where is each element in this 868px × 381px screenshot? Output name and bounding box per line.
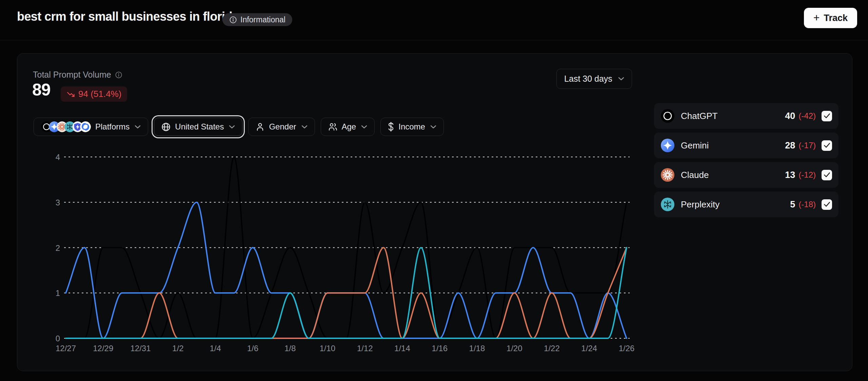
y-tick-label: 2 [56, 243, 60, 253]
legend-platform-name: Claude [681, 170, 785, 180]
check-icon [824, 172, 830, 178]
x-tick-label: 1/24 [581, 344, 597, 353]
x-tick-label: 1/22 [544, 344, 560, 353]
legend-row-gemini[interactable]: Gemini 28 (-17) [654, 133, 839, 158]
legend-platform-value: 5 [790, 199, 795, 210]
x-tick-label: 12/27 [56, 344, 76, 353]
legend-platform-delta: (-12) [798, 170, 816, 180]
prompt-tracking-dashboard: best crm for small businesses in florida… [0, 0, 868, 381]
x-tick-label: 1/10 [320, 344, 336, 353]
legend-platform-value: 13 [785, 170, 795, 180]
check-icon [824, 113, 830, 119]
x-tick-label: 1/8 [284, 344, 296, 353]
x-tick-label: 12/29 [93, 344, 113, 353]
intent-badge: Informational [222, 13, 292, 26]
info-circle-icon [229, 16, 237, 24]
x-tick-label: 1/26 [619, 344, 635, 353]
gemini-logo-icon [661, 139, 674, 152]
x-axis-labels: 12/2712/2912/311/21/41/61/81/101/121/141… [56, 344, 634, 353]
plus-icon: + [813, 12, 820, 23]
legend-row-chatgpt[interactable]: ChatGPT 40 (-42) [654, 103, 839, 129]
x-tick-label: 1/12 [357, 344, 373, 353]
y-tick-label: 1 [56, 288, 60, 298]
x-tick-label: 12/31 [131, 344, 151, 353]
legend-row-claude[interactable]: Claude 13 (-12) [654, 162, 839, 188]
legend-platform-value: 28 [785, 140, 795, 151]
intent-badge-label: Informational [240, 15, 285, 24]
page-title: best crm for small businesses in florida [17, 9, 239, 24]
platform-legend: ChatGPT 40 (-42) Gemini 28 ( [654, 103, 839, 217]
legend-platform-delta: (-17) [798, 141, 816, 150]
top-bar: best crm for small businesses in florida… [0, 0, 868, 40]
perplexity-logo-icon [661, 198, 674, 211]
x-tick-label: 1/16 [432, 344, 448, 353]
claude-logo-icon [661, 168, 674, 182]
legend-platform-delta: (-42) [798, 111, 816, 121]
legend-platform-value: 40 [785, 111, 795, 121]
legend-platform-name: ChatGPT [681, 111, 785, 121]
legend-checkbox[interactable] [822, 199, 832, 210]
x-tick-label: 1/20 [507, 344, 522, 353]
y-tick-label: 3 [56, 198, 60, 207]
legend-row-perplexity[interactable]: Perplexity 5 (-18) [654, 192, 839, 217]
legend-platform-name: Gemini [681, 140, 785, 151]
track-button-label: Track [824, 13, 848, 23]
legend-checkbox[interactable] [822, 111, 832, 121]
check-icon [824, 142, 830, 148]
x-tick-label: 1/2 [172, 344, 183, 353]
x-tick-label: 1/18 [469, 344, 485, 353]
x-tick-label: 1/14 [394, 344, 410, 353]
x-tick-label: 1/6 [247, 344, 258, 353]
legend-platform-name: Perplexity [681, 199, 790, 210]
x-tick-label: 1/4 [210, 344, 221, 353]
y-tick-label: 0 [56, 334, 60, 343]
y-tick-label: 4 [56, 153, 60, 162]
openai-logo-icon [661, 109, 674, 123]
track-button[interactable]: + Track [804, 8, 857, 28]
check-icon [824, 201, 830, 207]
y-axis-labels: 01234 [56, 153, 60, 343]
legend-checkbox[interactable] [822, 170, 832, 180]
prompt-volume-card: Total Prompt Volume 89 94 (51.4%) Last 3… [17, 53, 852, 371]
legend-checkbox[interactable] [822, 140, 832, 151]
legend-platform-delta: (-18) [798, 200, 816, 209]
